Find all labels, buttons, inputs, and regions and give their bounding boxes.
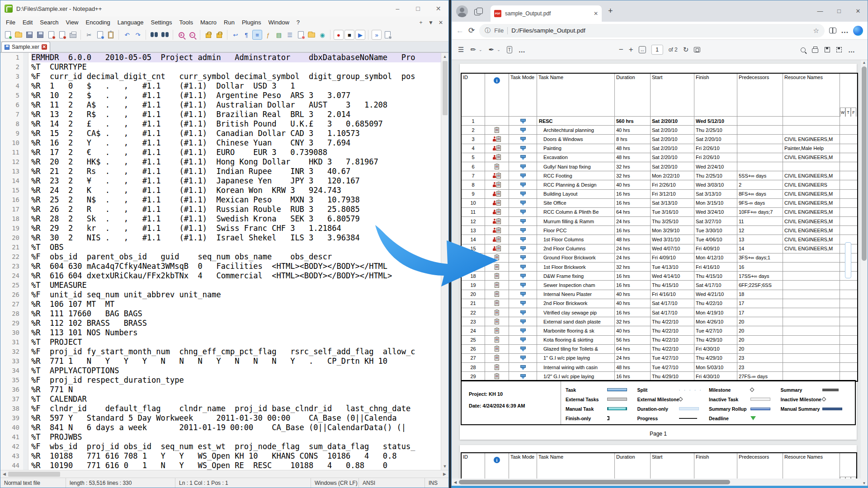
editor-horizontal-scrollbar[interactable]: ◀ ▶ <box>0 470 448 478</box>
table-row[interactable]: 10Site Office16 hrsSat 3/13/10Mon 3/15/1… <box>462 199 857 208</box>
pdf-viewer[interactable]: IDiTask ModeTask NameDurationStartFinish… <box>452 60 868 486</box>
stop-macro-icon[interactable]: ■ <box>344 30 354 40</box>
table-row[interactable]: 24Marbonite flooring & sk40 hrsThu 4/22/… <box>462 326 857 335</box>
open-file-icon[interactable] <box>14 30 24 40</box>
editor-vertical-scrollbar[interactable]: ▲ ▼ <box>441 53 448 470</box>
close-tab-icon[interactable]: ✕ <box>436 19 446 26</box>
zoom-out-icon[interactable]: − <box>187 30 197 40</box>
indent-guide-icon[interactable]: ≡ <box>252 30 262 40</box>
sync-horizontal-icon[interactable] <box>214 30 224 40</box>
table-row[interactable]: 20Internal Neeru Plaster40 hrsFri 4/16/1… <box>462 290 857 299</box>
table-row[interactable]: 22Vitrified clay sewage pip16 hrsSat 4/1… <box>462 308 857 317</box>
table-row[interactable]: 18D&W Frame fixing16 hrsWed 4/14/10Thu 4… <box>462 272 857 281</box>
cut-icon[interactable]: ✂ <box>84 30 94 40</box>
scroll-down-icon[interactable]: ▼ <box>443 463 447 470</box>
print-icon[interactable] <box>812 48 818 53</box>
table-row[interactable]: 11RCC Column & Plinth Be64 hrsTue 3/16/1… <box>462 208 857 217</box>
menu-tools[interactable]: Tools <box>176 17 197 28</box>
zoom-in-icon[interactable]: + <box>176 30 186 40</box>
split-screen-icon[interactable] <box>829 28 836 33</box>
table-row[interactable]: 3Doors & Windows8 hrsSat 2/20/10Sat 2/20… <box>462 135 857 144</box>
chevron-down-icon[interactable]: ⌄ <box>479 47 482 52</box>
scroll-up-icon[interactable]: ▲ <box>443 53 447 60</box>
rotate-icon[interactable]: ↻ <box>683 46 689 54</box>
table-row[interactable]: 7RCC Footing32 hrsMon 2/22/10Thu 2/25/10… <box>462 171 857 180</box>
hscroll-thumb[interactable] <box>459 480 730 484</box>
close-icon[interactable]: ✕ <box>428 0 448 17</box>
add-text-icon[interactable]: T <box>507 46 512 53</box>
scroll-right-icon[interactable]: ▶ <box>441 472 448 476</box>
menu-edit[interactable]: Edit <box>19 17 36 28</box>
table-row[interactable]: 212nd Floor Brickwork40 hrsSat 4/17/10Th… <box>462 299 857 308</box>
table-row[interactable]: 26Glazed tiling for Toilets &64 hrsThu 4… <box>462 345 857 354</box>
status-insert-mode[interactable]: INS <box>425 478 448 488</box>
save-icon[interactable] <box>24 30 34 40</box>
table-row[interactable]: 12Murrum filling & Ramm24 hrsThu 3/25/10… <box>462 217 857 226</box>
vscroll-thumb[interactable] <box>443 61 448 115</box>
more-options-icon[interactable]: … <box>848 46 855 54</box>
minimize-icon[interactable]: — <box>811 4 830 19</box>
sync-vertical-icon[interactable] <box>203 30 213 40</box>
table-row[interactable]: 19Sewer Inspection cham16 hrsThu 4/15/10… <box>462 281 857 290</box>
show-all-characters-icon[interactable]: ¶ <box>241 30 251 40</box>
page-view-icon[interactable] <box>694 47 700 52</box>
url-text[interactable]: D:/Files/sample_Output.pdf <box>511 27 809 34</box>
more-tools-icon[interactable]: … <box>519 46 525 54</box>
table-row[interactable]: 4Painting48 hrsSat 2/20/10Fri 2/26/10Pai… <box>462 144 857 153</box>
zoom-in-icon[interactable]: + <box>629 45 633 54</box>
table-row[interactable]: 1RESC560 hrsSat 2/20/10Wed 5/12/10 <box>462 117 857 126</box>
function-list-icon[interactable]: ƒ <box>263 30 273 40</box>
pdf-vertical-scrollbar[interactable]: ▲ ▼ <box>861 60 868 486</box>
word-wrap-icon[interactable]: ↩ <box>231 30 241 40</box>
scroll-left-icon[interactable]: ◀ <box>452 480 459 484</box>
undo-icon[interactable]: ↶ <box>122 30 132 40</box>
print-icon[interactable] <box>68 30 78 40</box>
back-icon[interactable]: ← <box>456 26 464 35</box>
profile-avatar[interactable] <box>456 5 468 17</box>
scroll-left-icon[interactable]: ◀ <box>0 472 8 476</box>
table-row[interactable]: 13Floor PCC16 hrsMon 3/29/10Tue 3/30/101… <box>462 226 857 235</box>
run-macro-multi-icon[interactable]: » <box>372 30 382 40</box>
table-row[interactable]: 9Building Layout16 hrsFri 3/12/10Sat 3/1… <box>462 190 857 199</box>
menu-run[interactable]: Run <box>220 17 238 28</box>
menu-language[interactable]: Language <box>114 17 147 28</box>
table-row[interactable]: 8RCC Planning & Design40 hrsFri 2/26/10W… <box>462 180 857 189</box>
menu-search[interactable]: Search <box>36 17 62 28</box>
file-browser-icon[interactable] <box>307 30 316 40</box>
table-row[interactable]: 141st Floor Columns48 hrsWed 3/31/10Tue … <box>462 235 857 244</box>
vscroll-thumb[interactable] <box>862 66 867 261</box>
monitoring-icon[interactable]: ◉ <box>317 30 327 40</box>
document-list-icon[interactable]: ☰ <box>285 30 295 40</box>
table-row[interactable]: 271" G.I w/c pipe laying24 hrsTue 4/27/1… <box>462 354 857 363</box>
menu-view[interactable]: View <box>62 17 82 28</box>
scroll-up-icon[interactable]: ▲ <box>861 61 868 65</box>
table-row[interactable]: 23External sand dash plaste32 hrsThu 4/2… <box>462 317 857 326</box>
maximize-icon[interactable]: □ <box>408 0 428 17</box>
table-row[interactable]: 171st Floor Brickwork32 hrsTue 4/13/10Fr… <box>462 263 857 272</box>
menu-encoding[interactable]: Encoding <box>82 17 114 28</box>
play-macro-icon[interactable]: ▶ <box>355 30 365 40</box>
tab-close-icon[interactable]: ✕ <box>594 10 598 17</box>
close-all-icon[interactable] <box>57 30 67 40</box>
menu-plugins[interactable]: Plugins <box>238 17 265 28</box>
maximize-icon[interactable]: □ <box>830 4 849 19</box>
folder-as-workspace-icon[interactable] <box>296 30 306 40</box>
workspaces-icon[interactable] <box>474 8 482 15</box>
replace-icon[interactable] <box>160 30 170 40</box>
table-row[interactable]: 16Ground Floor Brickwork24 hrsFri 4/09/1… <box>462 253 857 263</box>
record-macro-icon[interactable]: ● <box>334 30 344 40</box>
notepad-titlebar[interactable]: D:\Files\Sample.xer - Notepad++ – □ ✕ <box>0 0 448 17</box>
close-file-icon[interactable] <box>46 30 56 40</box>
new-tab-icon[interactable]: + <box>608 6 613 16</box>
menu-file[interactable]: File <box>2 17 19 28</box>
menu-window[interactable]: Window <box>265 17 293 28</box>
search-icon[interactable] <box>801 47 806 52</box>
draw-icon[interactable]: ✒ <box>489 46 495 54</box>
copy-icon[interactable] <box>95 30 105 40</box>
table-row[interactable]: 2Architechtural planning40 hrsSat 2/20/1… <box>462 126 857 135</box>
copilot-icon[interactable] <box>853 26 863 36</box>
menu-macro[interactable]: Macro <box>197 17 220 28</box>
table-row[interactable]: 6Gully/ Nani trap fixing32 hrsSat 2/20/1… <box>462 162 857 171</box>
page-number-input[interactable]: 1 <box>651 45 663 55</box>
favorite-star-icon[interactable]: ☆ <box>813 27 819 35</box>
